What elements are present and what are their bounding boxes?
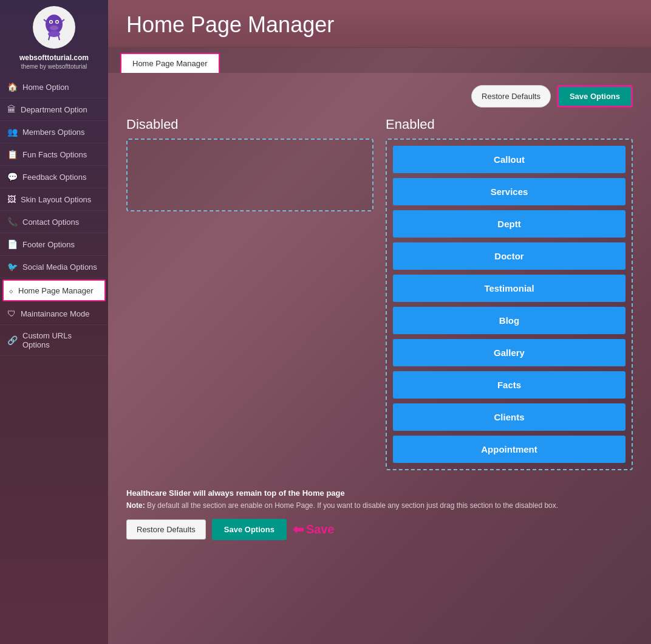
sidebar-item-feedback-options[interactable]: 💬Feedback Options xyxy=(0,166,108,188)
drag-item-clients[interactable]: Clients xyxy=(393,403,625,431)
theme-by: theme by websofttoturial xyxy=(21,63,87,70)
enabled-dropzone[interactable]: CalloutServicesDepttDoctorTestimonialBlo… xyxy=(386,139,633,470)
sidebar-icon-members-options: 👥 xyxy=(7,127,18,137)
main-content: Home Page Manager Home Page Manager Rest… xyxy=(108,0,651,644)
drag-columns: Disabled Enabled CalloutServicesDepttDoc… xyxy=(126,117,633,470)
drag-item-callout[interactable]: Callout xyxy=(393,146,625,173)
sidebar-item-members-options[interactable]: 👥Members Options xyxy=(0,121,108,143)
sidebar-label-members-options: Members Options xyxy=(22,128,85,137)
sidebar-icon-maintainance-mode: 🛡 xyxy=(7,309,16,318)
drag-item-deptt[interactable]: Deptt xyxy=(393,210,625,238)
sidebar-icon-fun-facts-options: 📋 xyxy=(7,149,18,159)
drag-item-blog[interactable]: Blog xyxy=(393,307,625,334)
arrow-icon: ⬅ xyxy=(293,522,304,538)
bottom-buttons: Restore Defaults Save Options ⬅ Save xyxy=(126,519,633,540)
top-buttons: Restore Defaults Save Options xyxy=(126,85,633,108)
sidebar-item-maintainance-mode[interactable]: 🛡Maintainance Mode xyxy=(0,303,108,325)
sidebar-icon-skin-layout-options: 🖼 xyxy=(7,194,16,204)
sidebar-nav: 🏠Home Option🏛Department Option👥Members O… xyxy=(0,76,108,356)
save-options-button-bottom[interactable]: Save Options xyxy=(212,519,287,540)
sidebar-item-fun-facts-options[interactable]: 📋Fun Facts Options xyxy=(0,143,108,166)
slider-note: Healthcare Slider will always remain top… xyxy=(126,488,633,498)
sidebar-item-department-option[interactable]: 🏛Department Option xyxy=(0,98,108,121)
sidebar-label-social-media-options: Social Media Options xyxy=(22,262,97,272)
notes-section: Healthcare Slider will always remain top… xyxy=(126,482,633,546)
sidebar-label-contact-options: Contact Options xyxy=(22,218,79,227)
sidebar-label-maintainance-mode: Maintainance Mode xyxy=(21,309,89,318)
save-arrow-label: ⬅ Save xyxy=(293,522,335,538)
save-label: Save xyxy=(306,522,335,536)
enabled-column: Enabled CalloutServicesDepttDoctorTestim… xyxy=(386,117,633,470)
restore-defaults-button-bottom[interactable]: Restore Defaults xyxy=(126,519,206,540)
content-area: Restore Defaults Save Options Disabled E… xyxy=(108,73,651,558)
sidebar-item-home-option[interactable]: 🏠Home Option xyxy=(0,76,108,98)
sidebar-label-custom-urls-options: Custom URLs Options xyxy=(22,331,101,349)
drag-item-gallery[interactable]: Gallery xyxy=(393,339,625,366)
sidebar-item-footer-options[interactable]: 📄Footer Options xyxy=(0,233,108,256)
svg-point-4 xyxy=(50,21,52,22)
sidebar-icon-social-media-options: 🐦 xyxy=(7,262,18,272)
main-header: Home Page Manager xyxy=(108,0,651,48)
sidebar-label-home-option: Home Option xyxy=(22,83,69,92)
sidebar-icon-home-page-manager: ⬦ xyxy=(9,286,13,295)
disabled-label: Disabled xyxy=(126,117,373,132)
sidebar-label-footer-options: Footer Options xyxy=(22,240,75,249)
note-prefix: Note: xyxy=(126,501,145,510)
drag-item-facts[interactable]: Facts xyxy=(393,371,625,399)
sidebar-item-skin-layout-options[interactable]: 🖼Skin Layout Options xyxy=(0,188,108,211)
default-note: Note: By default all the section are ena… xyxy=(126,501,633,510)
sidebar-item-home-page-manager[interactable]: ⬦Home Page Manager xyxy=(2,279,106,301)
drag-item-services[interactable]: Services xyxy=(393,178,625,205)
sidebar-icon-feedback-options: 💬 xyxy=(7,172,18,182)
sidebar-icon-custom-urls-options: 🔗 xyxy=(7,335,18,345)
sidebar-item-contact-options[interactable]: 📞Contact Options xyxy=(0,211,108,233)
disabled-dropzone[interactable] xyxy=(126,139,373,211)
site-name: websofttoturial.com xyxy=(19,53,89,62)
svg-point-5 xyxy=(56,21,58,22)
sidebar-icon-contact-options: 📞 xyxy=(7,217,18,227)
sidebar-icon-department-option: 🏛 xyxy=(7,104,16,114)
sidebar-label-department-option: Department Option xyxy=(21,105,87,114)
drag-item-testimonial[interactable]: Testimonial xyxy=(393,275,625,302)
sidebar-label-skin-layout-options: Skin Layout Options xyxy=(21,195,91,204)
sidebar-label-home-page-manager: Home Page Manager xyxy=(18,286,94,295)
tab-home-page-manager[interactable]: Home Page Manager xyxy=(120,53,220,73)
sidebar-icon-footer-options: 📄 xyxy=(7,239,18,249)
drag-item-doctor[interactable]: Doctor xyxy=(393,242,625,270)
enabled-label: Enabled xyxy=(386,117,633,132)
sidebar-item-social-media-options[interactable]: 🐦Social Media Options xyxy=(0,256,108,278)
sidebar-label-fun-facts-options: Fun Facts Options xyxy=(22,150,87,159)
sidebar-label-feedback-options: Feedback Options xyxy=(22,173,87,182)
sidebar-icon-home-option: 🏠 xyxy=(7,82,18,92)
site-logo xyxy=(33,6,75,49)
svg-point-6 xyxy=(50,26,58,30)
restore-defaults-button-top[interactable]: Restore Defaults xyxy=(471,85,551,108)
sidebar: websofttoturial.com theme by websofttotu… xyxy=(0,0,108,644)
drag-item-appointment[interactable]: Appointment xyxy=(393,436,625,463)
page-title: Home Page Manager xyxy=(126,12,633,38)
sidebar-item-custom-urls-options[interactable]: 🔗Custom URLs Options xyxy=(0,325,108,356)
tab-bar: Home Page Manager xyxy=(108,48,651,73)
disabled-column: Disabled xyxy=(126,117,373,470)
save-options-button-top[interactable]: Save Options xyxy=(557,85,633,108)
note-text: By default all the section are enable on… xyxy=(145,501,558,510)
